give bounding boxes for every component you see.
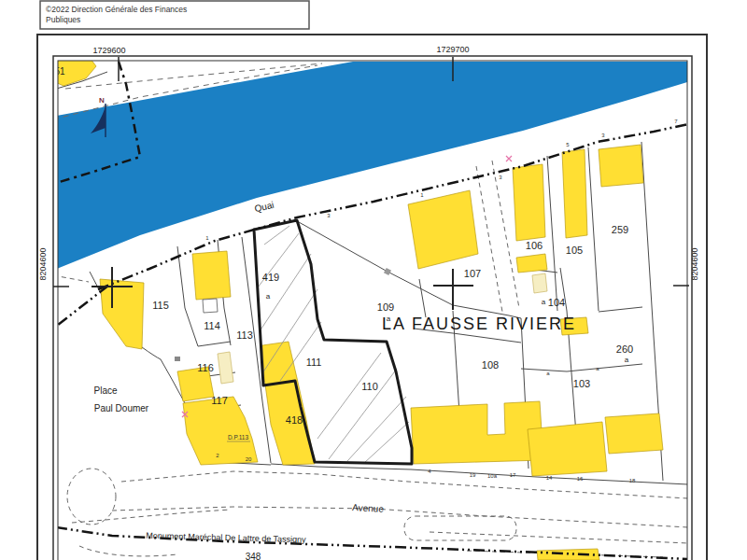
parcel-label: 260 (616, 343, 633, 355)
lot-number: 18 (629, 478, 636, 483)
place-label-line1: Place (93, 385, 117, 396)
parcel-label: 113 (236, 329, 253, 341)
lot-number: 10a (487, 473, 498, 479)
building (528, 422, 607, 476)
parcel-label: 115 (152, 300, 169, 311)
building (192, 251, 231, 300)
dp-label: D.P.113 (228, 434, 249, 441)
parcel-label: 348 (246, 552, 261, 560)
parcel-label: 107 (464, 268, 481, 279)
building (411, 401, 543, 464)
lot-number: 19 (470, 472, 476, 478)
parcel-label: 110 (361, 381, 378, 392)
copyright-line2: Publiques (46, 15, 80, 24)
copyright-box: ©2022 Direction Générale des Finances Pu… (40, 1, 309, 29)
cadastral-map-page: ©2022 Direction Générale des Finances Pu… (0, 0, 747, 560)
place-label-line2: Paul Doumer (94, 403, 149, 413)
coordinate-label-top-right: 1729700 (436, 45, 469, 54)
building-light (532, 273, 547, 293)
coordinate-label-left: 8204600 (38, 247, 48, 280)
parcel-label: 116 (197, 362, 214, 373)
building-outline (203, 299, 218, 313)
parcel-label: 104 (548, 297, 565, 308)
coordinate-label-top-left: 1729600 (92, 46, 125, 55)
lot-number: 20 (246, 456, 252, 462)
parcel-label: 117 (211, 395, 228, 406)
street-label-avenue: Avenue (352, 502, 385, 514)
building (599, 145, 643, 187)
parcel-sub-label: a (542, 298, 546, 306)
lot-number: 17 (510, 472, 516, 478)
parcel-label: 259 (612, 224, 628, 235)
parcel-label: 103 (573, 378, 590, 389)
cadastral-map: ©2022 Direction Générale des Finances Pu… (0, 0, 747, 560)
parcel-label: 106 (526, 240, 543, 251)
parcel-label: 418 (286, 414, 303, 426)
north-label: N (99, 96, 105, 105)
building (513, 164, 545, 241)
lot-number: 14 (546, 475, 553, 481)
parcel-label: 105 (566, 245, 583, 256)
parcel-label: 419 (262, 272, 279, 283)
parcel-label: 109 (377, 301, 394, 313)
parcel-sub-label: a (625, 356, 629, 364)
parcel-label: 114 (204, 320, 220, 331)
copyright-line1: ©2022 Direction Générale des Finances (46, 5, 187, 14)
lot-number: 16 (577, 476, 584, 482)
parcel-label: 111 (306, 357, 322, 368)
parcel-sub-label: a (387, 315, 391, 323)
lieu-dit-label: LA FAUSSE RIVIERE (382, 315, 576, 333)
building (562, 149, 587, 238)
parcel-sub-label: a (266, 292, 271, 301)
coordinate-label-right: 8204600 (690, 247, 699, 280)
building (605, 413, 663, 454)
parcel-label: 108 (482, 359, 499, 371)
